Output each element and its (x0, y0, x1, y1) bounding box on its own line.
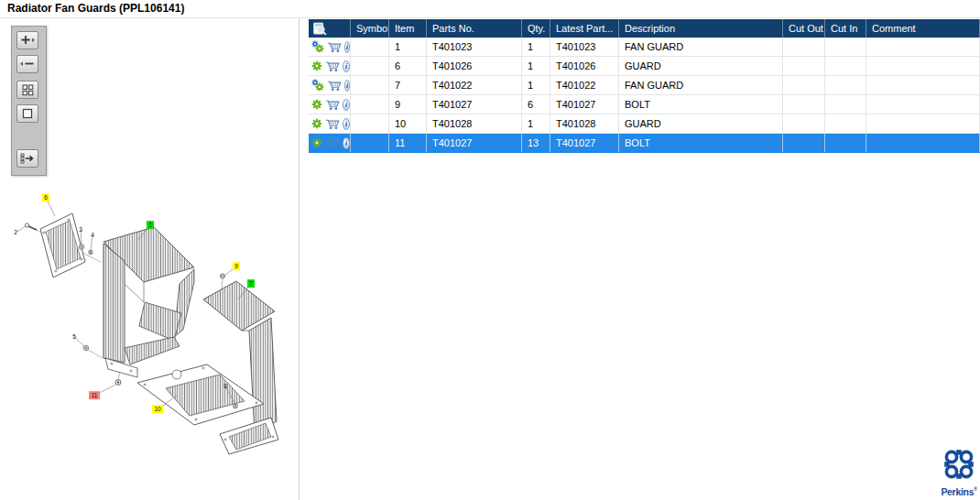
zoom-in-button[interactable] (16, 31, 38, 49)
grid-view-button[interactable] (16, 81, 38, 99)
info-icon[interactable] (344, 41, 350, 53)
add-to-cart-icon[interactable] (325, 99, 340, 111)
diagram-bolt-2 (25, 223, 37, 230)
cell-comment (866, 134, 980, 152)
cell-cut-in (825, 38, 866, 56)
table-row[interactable]: 1 T401023 1 T401023 FAN GUARD (309, 38, 980, 57)
zoom-in-icon (19, 34, 36, 47)
table-row[interactable]: 7 T401022 1 T401022 FAN GUARD (309, 76, 980, 95)
callout-label[interactable]: 11 (92, 392, 98, 398)
parts-table-body: 1 T401023 1 T401023 FAN GUARD (309, 38, 980, 153)
callout-label[interactable]: 1 (148, 222, 152, 228)
add-to-cart-icon[interactable] (325, 137, 340, 149)
cell-comment (866, 95, 980, 114)
cell-parts-no: T401027 (427, 134, 522, 152)
column-header-latest-part[interactable]: Latest Part... (550, 19, 619, 38)
fit-page-button[interactable] (16, 104, 38, 123)
cell-cut-out (783, 114, 825, 133)
perkins-logo-icon (943, 448, 975, 481)
callout-label[interactable]: 4 (91, 232, 94, 238)
add-to-cart-icon[interactable] (327, 80, 342, 92)
parts-diagram[interactable]: 2634197511108 (0, 174, 306, 500)
cell-item: 7 (389, 76, 427, 94)
info-icon[interactable] (343, 60, 350, 72)
callout-label[interactable]: 3 (79, 226, 82, 233)
cell-actions (309, 76, 351, 94)
table-row[interactable]: 6 T401026 1 T401026 GUARD (309, 57, 980, 76)
cell-latest-part: T401022 (550, 76, 619, 94)
cell-cut-out (783, 95, 825, 114)
table-row[interactable]: 10 T401028 1 T401028 GUARD (309, 114, 980, 134)
gears-icon[interactable] (311, 40, 324, 53)
perkins-logo: Perkins® (940, 448, 978, 497)
cell-latest-part: T401028 (550, 114, 619, 133)
search-parts-list-icon (312, 22, 328, 36)
callout-label[interactable]: 8 (223, 383, 227, 389)
cell-actions (309, 134, 351, 152)
callout-label[interactable]: 6 (44, 194, 48, 201)
column-header-symbols[interactable] (309, 19, 351, 38)
diagram-screw-8 (234, 404, 238, 408)
fit-page-icon (22, 108, 33, 119)
column-header-qty[interactable]: Qty. (522, 19, 550, 38)
add-to-cart-icon[interactable] (327, 41, 342, 53)
column-header-cut-out[interactable]: Cut Out (783, 19, 825, 38)
page-title: Radiator Fan Guards (PPL106141) (7, 2, 184, 15)
zoom-out-icon (19, 58, 36, 71)
gears-icon[interactable] (311, 79, 324, 92)
callout-label[interactable]: 9 (234, 263, 238, 269)
info-icon[interactable] (343, 137, 350, 149)
cell-symbols (351, 134, 389, 152)
cell-actions (309, 57, 351, 75)
cell-parts-no: T401022 (427, 76, 522, 94)
cell-item: 6 (389, 57, 427, 75)
gear-icon[interactable] (311, 60, 322, 71)
diagram-fan-guard-7 (203, 281, 278, 454)
cell-qty: 6 (522, 95, 550, 114)
grid-view-icon (22, 84, 34, 96)
column-header-comment[interactable]: Comment (866, 19, 980, 38)
cell-qty: 13 (522, 134, 550, 152)
cell-cut-out (783, 38, 825, 56)
cell-cut-in (825, 95, 866, 114)
info-icon[interactable] (344, 80, 350, 92)
gear-icon[interactable] (311, 99, 322, 110)
parts-table-header: Symbol(s) Item Parts No. Qty. Latest Par… (309, 19, 980, 38)
add-to-cart-icon[interactable] (325, 118, 340, 130)
diagram-bolt-9 (221, 274, 225, 278)
callout-label[interactable]: 10 (154, 406, 161, 412)
cell-parts-no: T401028 (427, 114, 522, 133)
info-icon[interactable] (343, 118, 350, 130)
cell-actions (309, 95, 351, 114)
gear-icon[interactable] (311, 137, 322, 148)
cell-description: FAN GUARD (619, 38, 783, 56)
cell-parts-no: T401027 (427, 95, 522, 114)
zoom-out-button[interactable] (16, 55, 38, 73)
callout-label[interactable]: 7 (249, 280, 253, 287)
callout-label[interactable]: 2 (14, 229, 17, 235)
callout-label[interactable]: 5 (72, 333, 76, 340)
cell-qty: 1 (522, 114, 550, 133)
cell-item: 1 (389, 38, 427, 56)
add-to-cart-icon[interactable] (325, 60, 340, 72)
column-header-parts-no[interactable]: Parts No. (427, 19, 522, 38)
cell-description: GUARD (619, 57, 783, 75)
cell-cut-in (825, 134, 866, 152)
cell-symbols (351, 38, 389, 56)
column-header-description[interactable]: Description (619, 19, 783, 38)
cell-item: 9 (389, 95, 427, 114)
cell-latest-part: T401026 (550, 57, 619, 75)
column-header-item[interactable]: Item (389, 19, 427, 38)
column-header-symbols-label[interactable]: Symbol(s) (351, 19, 389, 38)
table-row[interactable]: 9 T401027 6 T401027 BOLT (309, 95, 980, 114)
table-row[interactable]: 11 T401027 13 T401027 BOLT (309, 134, 980, 153)
send-to-list-button[interactable] (16, 149, 38, 168)
cell-cut-in (825, 114, 866, 133)
cell-symbols (351, 76, 389, 94)
gear-icon[interactable] (311, 118, 322, 129)
panel-divider (299, 18, 299, 500)
cell-parts-no: T401026 (427, 57, 522, 75)
column-header-cut-in[interactable]: Cut In (825, 19, 866, 38)
info-icon[interactable] (343, 99, 350, 111)
cell-item: 10 (389, 114, 427, 133)
